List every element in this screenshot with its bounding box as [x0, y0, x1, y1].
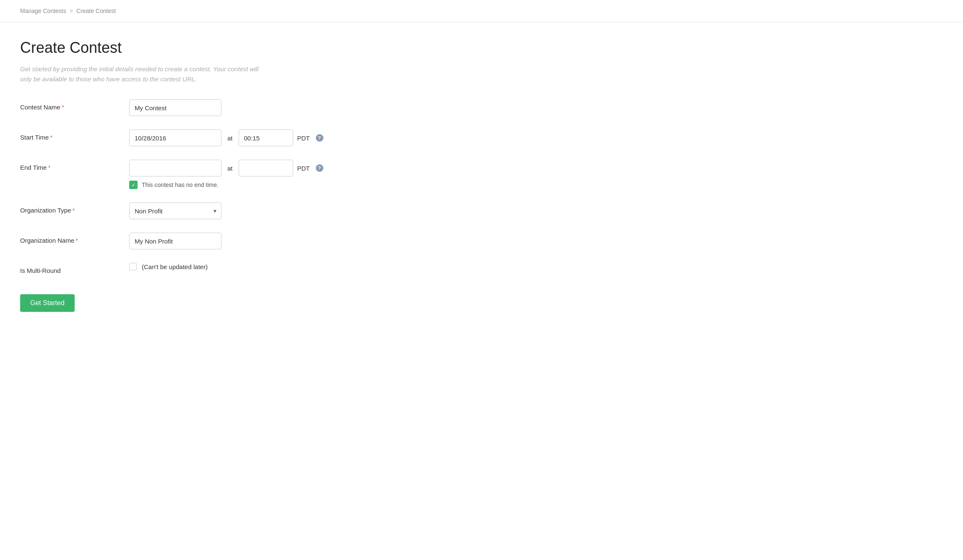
- get-started-button[interactable]: Get Started: [20, 294, 75, 312]
- required-star: *: [62, 104, 64, 111]
- start-time-help-icon[interactable]: ?: [316, 134, 323, 142]
- end-date-input[interactable]: [129, 160, 221, 176]
- end-time-row: at PDT ?: [129, 160, 323, 176]
- breadcrumb-current: Create Contest: [76, 8, 116, 14]
- organization-name-input[interactable]: [129, 233, 221, 249]
- multi-round-checkbox[interactable]: [129, 263, 137, 270]
- organization-type-label: Organization Type*: [20, 202, 129, 214]
- start-timezone-label: PDT: [297, 135, 310, 142]
- breadcrumb-parent[interactable]: Manage Contests: [20, 8, 66, 14]
- end-timezone-label: PDT: [297, 165, 310, 172]
- contest-name-controls: [129, 99, 221, 116]
- organization-type-controls: Non Profit For Profit Government Academi…: [129, 202, 221, 219]
- start-time-label: Start Time*: [20, 130, 129, 141]
- start-time-controls: at PDT ?: [129, 130, 323, 146]
- end-time-input[interactable]: [239, 160, 293, 176]
- required-star-start: *: [50, 134, 52, 141]
- contest-name-group: Contest Name*: [20, 99, 357, 116]
- required-star-org-type: *: [72, 207, 75, 214]
- breadcrumb: Manage Contests > Create Contest: [0, 0, 963, 22]
- cant-update-label: (Can't be updated later): [142, 263, 208, 270]
- end-time-help-icon[interactable]: ?: [316, 164, 323, 172]
- start-time-group: Start Time* at PDT ?: [20, 130, 357, 146]
- multi-round-label: Is Multi-Round: [20, 263, 129, 274]
- breadcrumb-separator: >: [70, 8, 73, 14]
- end-time-controls: at PDT ? This contest has no end time.: [129, 160, 323, 189]
- main-content: Create Contest Get started by providing …: [0, 22, 377, 329]
- organization-name-label: Organization Name*: [20, 233, 129, 244]
- organization-type-select[interactable]: Non Profit For Profit Government Academi…: [129, 202, 221, 219]
- multi-round-group: Is Multi-Round (Can't be updated later): [20, 263, 357, 274]
- end-at-label: at: [226, 165, 234, 172]
- multi-round-controls: (Can't be updated later): [129, 263, 208, 270]
- start-date-input[interactable]: [129, 130, 221, 146]
- no-end-time-checkbox[interactable]: [129, 181, 138, 189]
- end-time-group: End Time* at PDT ? This contest has no e…: [20, 160, 357, 189]
- page-title: Create Contest: [20, 39, 357, 57]
- page-description: Get started by providing the initial det…: [20, 64, 263, 84]
- start-time-input[interactable]: [239, 130, 293, 146]
- no-end-time-row: This contest has no end time.: [129, 181, 323, 189]
- start-at-label: at: [226, 135, 234, 142]
- no-end-time-label: This contest has no end time.: [142, 181, 219, 188]
- contest-name-input[interactable]: [129, 99, 221, 116]
- organization-type-select-wrapper: Non Profit For Profit Government Academi…: [129, 202, 221, 219]
- contest-name-label: Contest Name*: [20, 99, 129, 111]
- required-star-org-name: *: [75, 237, 78, 244]
- organization-type-group: Organization Type* Non Profit For Profit…: [20, 202, 357, 219]
- required-star-end: *: [48, 164, 50, 171]
- end-time-label: End Time*: [20, 160, 129, 171]
- organization-name-group: Organization Name*: [20, 233, 357, 249]
- organization-name-controls: [129, 233, 221, 249]
